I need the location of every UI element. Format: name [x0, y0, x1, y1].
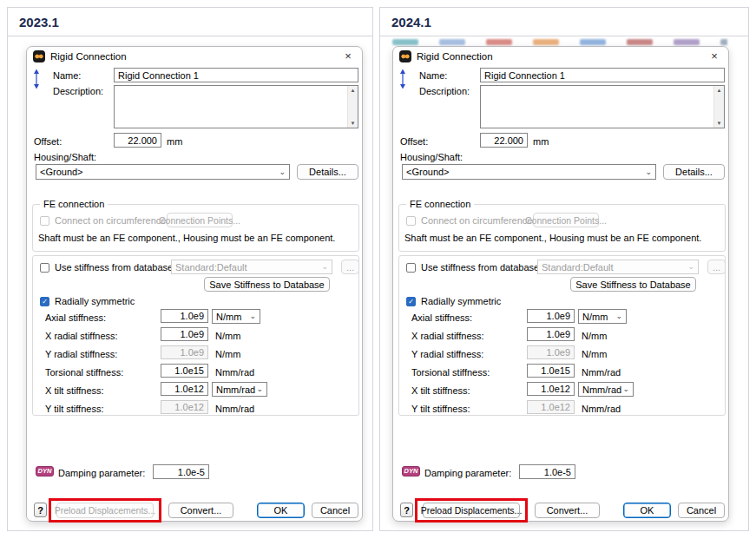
name-input[interactable]: Rigid Connection 1: [114, 68, 358, 82]
stiffness-row: X tilt stiffness:1.0e12Nmm/rad⌄: [399, 382, 725, 400]
toolbar-artifact-chip: [720, 39, 727, 45]
rigid-connection-dialog: Rigid Connection × Name: Rigid Connectio…: [26, 46, 363, 522]
description-label: Description:: [53, 86, 103, 96]
checkbox-label: Connect on circumference: [55, 215, 166, 226]
preload-displacements-button[interactable]: Preload Displacements...: [423, 503, 520, 518]
toolbar-artifact-chip: [674, 39, 700, 45]
scrollbar[interactable]: ▲ ▼: [347, 86, 358, 128]
connect-on-circumference-checkbox: Connect on circumference: [406, 215, 532, 226]
ok-button[interactable]: OK: [257, 503, 305, 518]
housing-shaft-combo[interactable]: <Ground> ⌄: [36, 164, 290, 180]
panel-2024: 2024.1 Rigid Connection × Name: Rigid Co…: [379, 7, 749, 531]
unit-combo-value: Nmm/rad: [216, 385, 255, 395]
offset-label: Offset:: [400, 136, 428, 147]
stiffness-value-input[interactable]: 1.0e9: [161, 327, 208, 341]
stiffness-value-input: 1.0e12: [161, 400, 208, 414]
description-textarea[interactable]: ▲ ▼: [114, 85, 358, 128]
connection-points-button: Connection Points...: [533, 213, 599, 227]
scrollbar[interactable]: ▲ ▼: [713, 86, 724, 128]
description-label: Description:: [419, 86, 470, 96]
convert-button[interactable]: Convert...: [168, 503, 233, 518]
name-input[interactable]: Rigid Connection 1: [480, 68, 725, 82]
unit-label: N/mm: [215, 331, 240, 341]
stiffness-value-input[interactable]: 1.0e9: [527, 309, 575, 323]
database-browse-button: ...: [341, 260, 359, 274]
stiffness-row: Y radial stiffness:1.0e9N/mm: [399, 345, 725, 364]
checkbox-box-checked[interactable]: ✓: [406, 297, 416, 306]
cancel-button[interactable]: Cancel: [312, 503, 358, 518]
stiffness-row-label: X radial stiffness:: [45, 331, 118, 341]
panel-2023: 2023.1 Rigid Connection × Name: Rigid Co…: [7, 7, 373, 531]
help-button[interactable]: ?: [34, 503, 47, 517]
radially-symmetric-checkbox[interactable]: ✓ Radially symmetric: [40, 296, 135, 306]
unit-label: Nmm/rad: [215, 404, 254, 414]
details-button[interactable]: Details...: [297, 164, 358, 180]
ok-button[interactable]: OK: [623, 503, 671, 518]
stiffness-value-input[interactable]: 1.0e9: [527, 327, 575, 341]
chevron-down-icon: ⌄: [615, 312, 622, 320]
unit-label: N/mm: [215, 349, 240, 359]
checkbox-box[interactable]: [40, 263, 49, 273]
radially-symmetric-checkbox[interactable]: ✓ Radially symmetric: [406, 296, 501, 306]
description-textarea[interactable]: ▲ ▼: [480, 85, 725, 128]
save-stiffness-to-database-button[interactable]: Save Stiffness to Database: [570, 277, 696, 292]
app-logo-icon: [399, 50, 411, 62]
scroll-down-icon[interactable]: ▼: [348, 121, 358, 126]
checkbox-box-checked[interactable]: ✓: [40, 297, 49, 306]
toolbar-artifact-chip: [486, 39, 512, 45]
offset-input[interactable]: 22.000: [114, 133, 161, 148]
stiffness-database-combo: Standard:Default ⌄: [171, 260, 332, 274]
stiffness-row-label: X tilt stiffness:: [411, 385, 470, 396]
updown-arrow-icon: [399, 69, 406, 89]
stiffness-row: Y radial stiffness:1.0e9N/mm: [33, 345, 358, 364]
checkbox-box: [406, 216, 416, 226]
close-icon[interactable]: ×: [707, 49, 721, 63]
checkbox-label: Radially symmetric: [421, 296, 501, 306]
unit-combo[interactable]: Nmm/rad⌄: [212, 382, 267, 397]
scroll-up-icon[interactable]: ▲: [348, 88, 358, 93]
stiffness-row: Torsional stiffness:1.0e15Nmm/rad: [399, 364, 725, 382]
unit-combo[interactable]: N/mm⌄: [212, 309, 260, 324]
stiffness-value-input[interactable]: 1.0e12: [527, 382, 575, 396]
stiffness-value-input[interactable]: 1.0e15: [161, 364, 208, 378]
chevron-down-icon: ⌄: [687, 263, 694, 271]
scroll-up-icon[interactable]: ▲: [714, 88, 724, 93]
unit-combo[interactable]: Nmm/rad⌄: [578, 382, 634, 397]
use-stiffness-from-database-checkbox[interactable]: Use stiffness from database: [40, 262, 173, 273]
housing-shaft-combo[interactable]: <Ground> ⌄: [402, 164, 656, 180]
stiffness-row: Torsional stiffness:1.0e15Nmm/rad: [33, 364, 358, 382]
close-icon[interactable]: ×: [341, 49, 355, 63]
stiffness-row: X radial stiffness:1.0e9N/mm: [33, 327, 358, 345]
rigid-connection-dialog: Rigid Connection × Name: Rigid Connectio…: [392, 46, 729, 522]
offset-input[interactable]: 22.000: [480, 133, 528, 148]
app-logo-icon: [33, 50, 45, 62]
stiffness-database-combo: Standard:Default ⌄: [537, 260, 699, 274]
help-button[interactable]: ?: [400, 503, 413, 517]
housing-shaft-label: Housing/Shaft:: [400, 152, 463, 162]
dyn-badge: DYN: [402, 466, 420, 477]
use-stiffness-from-database-checkbox[interactable]: Use stiffness from database: [406, 262, 539, 273]
cancel-button[interactable]: Cancel: [678, 503, 725, 518]
dialog-title: Rigid Connection: [417, 51, 493, 62]
damping-parameter-input[interactable]: 1.0e-5: [153, 464, 209, 479]
toolbar-artifact-chip: [627, 39, 653, 45]
fe-requirement-note: Shaft must be an FE component., Housing …: [38, 233, 335, 243]
stiffness-value-input[interactable]: 1.0e9: [161, 309, 208, 323]
checkbox-box[interactable]: [406, 263, 416, 273]
toolbar-artifact-chip: [533, 39, 559, 45]
stiffness-value-input[interactable]: 1.0e15: [527, 364, 575, 378]
name-label: Name:: [53, 70, 81, 81]
stiffness-value-input[interactable]: 1.0e12: [161, 382, 208, 396]
damping-parameter-input[interactable]: 1.0e-5: [519, 464, 575, 479]
scroll-down-icon[interactable]: ▼: [714, 121, 724, 126]
checkbox-box: [40, 216, 49, 226]
save-stiffness-to-database-button[interactable]: Save Stiffness to Database: [204, 277, 330, 292]
convert-button[interactable]: Convert...: [535, 503, 600, 518]
unit-label: N/mm: [582, 349, 607, 359]
database-browse-button: ...: [707, 260, 726, 274]
unit-combo[interactable]: N/mm⌄: [578, 309, 627, 324]
unit-combo-value: Nmm/rad: [582, 385, 621, 395]
details-button[interactable]: Details...: [663, 164, 725, 180]
name-label: Name:: [419, 70, 447, 81]
stiffness-group: Use stiffness from database Standard:Def…: [398, 255, 726, 416]
